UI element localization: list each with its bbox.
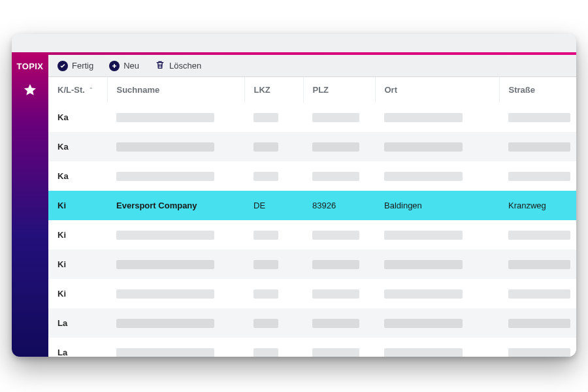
cell-plz [303, 103, 375, 132]
new-button[interactable]: Neu [109, 61, 139, 71]
sidebar-item-partners[interactable] [22, 109, 39, 126]
cell-ort [375, 338, 499, 357]
placeholder-bar [116, 113, 214, 122]
table-row[interactable]: Ka [48, 103, 576, 132]
placeholder-bar [508, 319, 570, 328]
table-row[interactable]: Ki [48, 250, 576, 279]
cell-ort [375, 279, 499, 308]
trash-icon [155, 59, 165, 72]
cell-strasse [499, 308, 576, 338]
cell-plz [303, 220, 375, 250]
table-row[interactable]: Ki [48, 279, 576, 308]
done-label: Fertig [72, 61, 93, 71]
cell-klst: La [48, 338, 107, 357]
sort-asc-icon: ˆ [90, 87, 92, 94]
cell-plz [303, 132, 375, 161]
placeholder-bar [312, 142, 359, 152]
placeholder-bar [116, 172, 214, 181]
placeholder-bar [116, 289, 214, 299]
table-row[interactable]: Ka [48, 132, 576, 161]
data-table: K/L-St. ˆ Suchname LKZ PLZ Ort Straße Ka… [48, 77, 576, 357]
placeholder-bar [384, 172, 463, 181]
cell-lkz [244, 250, 303, 279]
sidebar-item-orders[interactable] [22, 161, 39, 178]
placeholder-bar [384, 348, 463, 357]
plus-icon [109, 61, 120, 71]
done-button[interactable]: Fertig [57, 61, 93, 71]
col-klst[interactable]: K/L-St. ˆ [48, 77, 107, 103]
cell-ort [375, 103, 499, 132]
placeholder-bar [508, 289, 570, 299]
sidebar-item-favorites[interactable] [22, 83, 39, 100]
placeholder-bar [312, 289, 359, 299]
table-header-row: K/L-St. ˆ Suchname LKZ PLZ Ort Straße [48, 77, 576, 103]
cell-ort [375, 132, 499, 161]
placeholder-bar [116, 142, 214, 152]
col-plz[interactable]: PLZ [303, 77, 375, 103]
placeholder-bar [253, 348, 278, 357]
table-row[interactable]: Ka [48, 161, 576, 191]
table-row[interactable]: La [48, 308, 576, 338]
table-row[interactable]: La [48, 338, 576, 357]
placeholder-bar [253, 231, 278, 240]
col-ort[interactable]: Ort [375, 77, 499, 103]
cell-suchname [107, 220, 244, 250]
col-lkz[interactable]: LKZ [244, 77, 303, 103]
placeholder-bar [116, 231, 214, 240]
cell-lkz: DE [244, 191, 303, 220]
col-strasse[interactable]: Straße [499, 77, 576, 103]
cell-suchname [107, 103, 244, 132]
cell-ort [375, 250, 499, 279]
col-klst-label: K/L-St. [57, 85, 85, 95]
cell-plz: 83926 [303, 191, 375, 220]
cell-strasse [499, 132, 576, 161]
sidebar-item-people[interactable] [22, 292, 39, 309]
col-suchname[interactable]: Suchname [107, 77, 244, 103]
cell-suchname [107, 279, 244, 308]
placeholder-bar [253, 260, 278, 269]
sidebar-item-documents[interactable] [22, 214, 39, 231]
sidebar-item-warehouse[interactable] [22, 188, 39, 204]
cell-lkz [244, 279, 303, 308]
placeholder-bar [253, 142, 278, 152]
sidebar-item-invoices[interactable] [22, 135, 39, 152]
cell-lkz [244, 161, 303, 191]
placeholder-bar [384, 319, 463, 328]
placeholder-bar [312, 348, 359, 357]
placeholder-bar [116, 319, 214, 328]
cell-suchname [107, 308, 244, 338]
table-row[interactable]: Ki [48, 220, 576, 250]
placeholder-bar [384, 289, 463, 299]
placeholder-bar [312, 260, 359, 269]
cell-klst: Ka [48, 103, 107, 132]
brand-logo: TOPIX [17, 57, 44, 74]
placeholder-bar [508, 113, 570, 122]
sidebar-item-settings[interactable] [22, 240, 39, 257]
cell-klst: Ka [48, 132, 107, 161]
cell-strasse [499, 279, 576, 308]
cell-lkz [244, 308, 303, 338]
cell-suchname [107, 161, 244, 191]
cell-ort: Baldingen [375, 191, 499, 220]
sidebar-item-apps[interactable] [22, 266, 39, 283]
placeholder-bar [116, 348, 214, 357]
table-row[interactable]: KiEversport CompanyDE83926BaldingenKranz… [48, 191, 576, 220]
placeholder-bar [508, 142, 570, 152]
placeholder-bar [508, 231, 570, 240]
delete-button[interactable]: Löschen [155, 59, 201, 72]
cell-strasse [499, 338, 576, 357]
cell-suchname [107, 338, 244, 357]
cell-plz [303, 250, 375, 279]
cell-suchname [107, 250, 244, 279]
window-chrome [12, 34, 576, 52]
cell-suchname: Eversport Company [107, 191, 244, 220]
placeholder-bar [312, 319, 359, 328]
placeholder-bar [116, 260, 214, 269]
placeholder-bar [508, 172, 570, 181]
placeholder-bar [312, 231, 359, 240]
cell-ort [375, 308, 499, 338]
cell-strasse [499, 220, 576, 250]
placeholder-bar [253, 172, 278, 181]
cell-klst: Ka [48, 161, 107, 191]
cell-ort [375, 220, 499, 250]
